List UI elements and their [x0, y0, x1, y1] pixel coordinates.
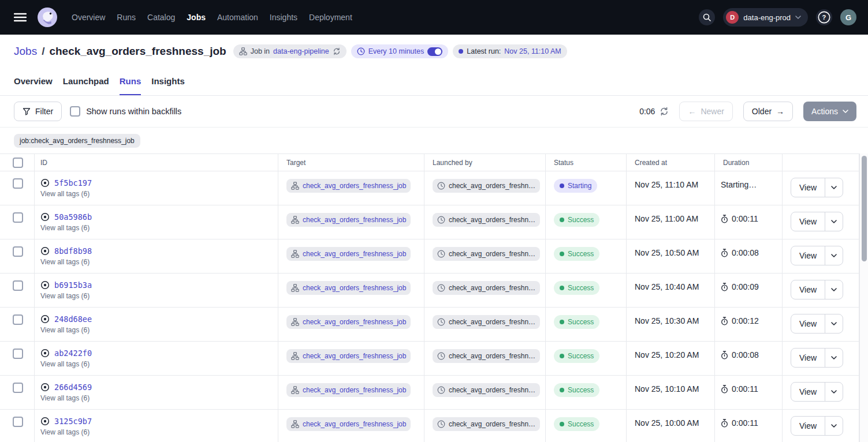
run-circle-dot-icon: [40, 212, 50, 222]
hamburger-menu-icon[interactable]: [10, 9, 30, 25]
run-id-link[interactable]: b6915b3a: [54, 280, 92, 290]
nav-jobs[interactable]: Jobs: [187, 13, 206, 22]
view-button[interactable]: View: [791, 417, 825, 435]
target-pill[interactable]: check_avg_orders_freshness_job: [286, 383, 411, 397]
launched-by-pill[interactable]: check_avg_orders_freshn…: [433, 349, 540, 363]
target-pill[interactable]: check_avg_orders_freshness_job: [286, 417, 411, 431]
backfills-checkbox[interactable]: [70, 106, 80, 117]
row-checkbox[interactable]: [13, 246, 23, 257]
view-all-tags-link[interactable]: View all tags (6): [40, 258, 278, 266]
refresh-icon[interactable]: [660, 107, 669, 116]
view-all-tags-link[interactable]: View all tags (6): [40, 428, 278, 436]
view-all-tags-link[interactable]: View all tags (6): [40, 394, 278, 402]
select-all-checkbox[interactable]: [13, 158, 23, 168]
view-dropdown-button[interactable]: [825, 417, 843, 435]
actions-button[interactable]: Actions: [803, 102, 856, 121]
view-button[interactable]: View: [791, 349, 825, 367]
view-all-tags-link[interactable]: View all tags (6): [40, 360, 278, 368]
target-pill[interactable]: check_avg_orders_freshness_job: [286, 179, 411, 193]
view-dropdown-button[interactable]: [825, 349, 843, 367]
row-checkbox[interactable]: [13, 349, 23, 359]
refresh-countdown: 0:06: [639, 107, 655, 116]
launched-by-pill[interactable]: check_avg_orders_freshn…: [433, 247, 540, 261]
navbar-right-cluster: D data-eng-prod ? G: [699, 8, 856, 27]
deployment-switcher[interactable]: D data-eng-prod: [723, 8, 808, 27]
created-at-cell: Nov 25, 11:00 AM: [627, 205, 715, 239]
target-pill[interactable]: check_avg_orders_freshness_job: [286, 213, 411, 227]
run-id-link[interactable]: 5f5bc197: [54, 178, 92, 188]
tab-launchpad[interactable]: Launchpad: [63, 68, 109, 95]
dagster-logo[interactable]: [37, 7, 58, 28]
schedule-badge[interactable]: Every 10 minutes: [351, 44, 449, 58]
target-pill[interactable]: check_avg_orders_freshness_job: [286, 247, 411, 261]
user-avatar[interactable]: G: [840, 9, 856, 25]
nav-automation[interactable]: Automation: [217, 13, 258, 22]
run-id-link[interactable]: 248d68ee: [54, 314, 92, 324]
launched-by-pill[interactable]: check_avg_orders_freshn…: [433, 417, 540, 431]
launched-by-pill[interactable]: check_avg_orders_freshn…: [433, 281, 540, 295]
view-dropdown-button[interactable]: [825, 212, 843, 231]
launched-by-pill[interactable]: check_avg_orders_freshn…: [433, 315, 540, 329]
tab-runs[interactable]: Runs: [120, 68, 141, 95]
job-in-badge: Job in data-eng-pipeline: [233, 44, 347, 58]
view-all-tags-link[interactable]: View all tags (6): [40, 292, 278, 300]
view-all-tags-link[interactable]: View all tags (6): [40, 326, 278, 334]
breadcrumb-jobs-link[interactable]: Jobs: [14, 45, 37, 58]
status-badge: Success: [554, 247, 599, 261]
run-id-link[interactable]: 3125c9b7: [54, 417, 92, 426]
target-pill[interactable]: check_avg_orders_freshness_job: [286, 281, 411, 295]
row-checkbox[interactable]: [13, 383, 23, 393]
launched-by-pill[interactable]: check_avg_orders_freshn…: [433, 213, 540, 227]
view-button[interactable]: View: [791, 212, 825, 231]
run-id-link[interactable]: 50a5986b: [54, 212, 92, 222]
nav-overview[interactable]: Overview: [72, 13, 105, 22]
chevron-down-icon: [831, 424, 837, 428]
view-button[interactable]: View: [791, 314, 825, 333]
view-button[interactable]: View: [791, 246, 825, 265]
launched-by-pill[interactable]: check_avg_orders_freshn…: [433, 179, 540, 193]
newer-button[interactable]: ← Newer: [679, 102, 732, 121]
launched-by-pill[interactable]: check_avg_orders_freshn…: [433, 383, 540, 397]
filter-button[interactable]: Filter: [14, 102, 62, 121]
target-pill[interactable]: check_avg_orders_freshness_job: [286, 349, 411, 363]
job-filter-tag[interactable]: job:check_avg_orders_freshness_job: [14, 134, 140, 148]
clock-icon: [437, 352, 445, 360]
view-dropdown-button[interactable]: [825, 178, 843, 197]
older-button[interactable]: Older →: [743, 102, 793, 121]
tab-overview[interactable]: Overview: [14, 68, 53, 95]
row-checkbox[interactable]: [13, 280, 23, 291]
page-header: Jobs / check_avg_orders_freshness_job Jo…: [0, 35, 868, 68]
nav-runs[interactable]: Runs: [117, 13, 136, 22]
view-dropdown-button[interactable]: [825, 383, 843, 401]
row-checkbox[interactable]: [13, 212, 23, 223]
latest-run-link[interactable]: Nov 25, 11:10 AM: [504, 47, 561, 55]
row-checkbox[interactable]: [13, 417, 23, 427]
target-pill[interactable]: check_avg_orders_freshness_job: [286, 315, 411, 329]
nav-catalog[interactable]: Catalog: [147, 13, 175, 22]
view-dropdown-button[interactable]: [825, 246, 843, 265]
schedule-toggle[interactable]: [427, 47, 442, 56]
duration-cell: 0:00:11: [715, 376, 783, 409]
tab-insights[interactable]: Insights: [151, 68, 185, 95]
view-button[interactable]: View: [791, 178, 825, 197]
search-icon[interactable]: [699, 9, 715, 25]
view-dropdown-button[interactable]: [825, 314, 843, 333]
pipeline-link[interactable]: data-eng-pipeline: [273, 47, 329, 55]
chevron-down-icon: [831, 356, 837, 359]
help-icon[interactable]: ?: [816, 9, 832, 25]
status-badge: Success: [554, 383, 599, 397]
view-dropdown-button[interactable]: [825, 280, 843, 299]
view-all-tags-link[interactable]: View all tags (6): [40, 190, 278, 198]
run-id-link[interactable]: 266d4569: [54, 383, 92, 392]
view-button[interactable]: View: [791, 383, 825, 401]
row-checkbox[interactable]: [13, 178, 23, 189]
stopwatch-icon: [721, 249, 728, 257]
run-id-link[interactable]: 8bdf8b98: [54, 246, 92, 256]
view-button[interactable]: View: [791, 280, 825, 299]
scrollbar-thumb[interactable]: [862, 156, 867, 261]
nav-insights[interactable]: Insights: [270, 13, 297, 22]
nav-deployment[interactable]: Deployment: [309, 13, 352, 22]
row-checkbox[interactable]: [13, 314, 23, 325]
view-all-tags-link[interactable]: View all tags (6): [40, 224, 278, 232]
run-id-link[interactable]: ab2422f0: [54, 349, 92, 358]
